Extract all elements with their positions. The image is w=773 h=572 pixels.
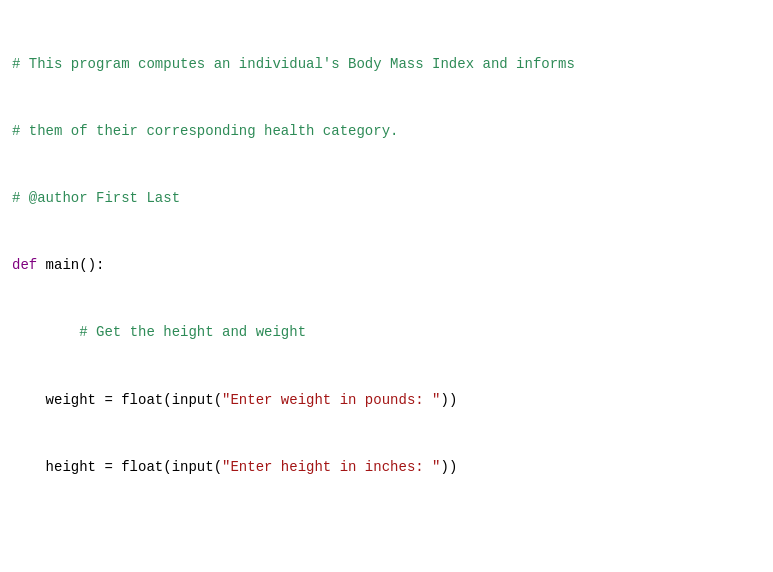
code-line-5: # Get the height and weight (12, 321, 761, 343)
string-literal: "Enter weight in pounds: " (222, 392, 440, 408)
code-line-6: weight = float(input("Enter weight in po… (12, 389, 761, 411)
indent (12, 324, 79, 340)
code-line-2: # them of their corresponding health cat… (12, 120, 761, 142)
code-normal: )) (440, 392, 457, 408)
code-normal: )) (440, 459, 457, 475)
comment-text: # them of their corresponding health cat… (12, 123, 398, 139)
comment-text: # @author First Last (12, 190, 180, 206)
comment-text: # Get the height and weight (79, 324, 306, 340)
code-line-3: # @author First Last (12, 187, 761, 209)
code-line-7: height = float(input("Enter height in in… (12, 456, 761, 478)
code-normal: weight = float(input( (12, 392, 222, 408)
code-line-1: # This program computes an individual's … (12, 53, 761, 75)
comment-text: # This program computes an individual's … (12, 56, 575, 72)
code-line-8 (12, 523, 761, 545)
code-editor: # This program computes an individual's … (12, 8, 761, 572)
code-normal: height = float(input( (12, 459, 222, 475)
code-line-4: def main(): (12, 254, 761, 276)
keyword-def: def (12, 257, 37, 273)
string-literal: "Enter height in inches: " (222, 459, 440, 475)
function-name: main(): (37, 257, 104, 273)
